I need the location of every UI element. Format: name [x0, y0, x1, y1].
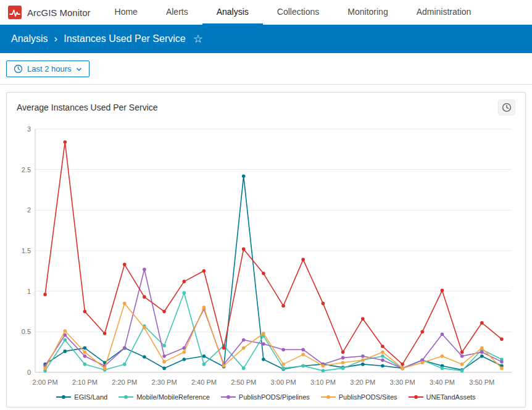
chart-svg: 00.511.522.532:00 PM2:10 PM2:20 PM2:30 P…	[13, 119, 519, 390]
svg-text:3:20 PM: 3:20 PM	[350, 379, 375, 386]
app-title: ArcGIS Monitor	[27, 7, 91, 18]
time-range-label: Last 2 hours	[27, 64, 72, 73]
chart-card: Average Instances Used Per Service 00.51…	[6, 92, 526, 408]
nav-item-monitoring[interactable]: Monitoring	[333, 0, 402, 25]
svg-text:3:50 PM: 3:50 PM	[469, 379, 494, 386]
time-range-button[interactable]: Last 2 hours	[6, 61, 89, 77]
legend-swatch-icon	[321, 395, 336, 400]
main-nav: HomeAlertsAnalysisCollectionsMonitoringA…	[101, 0, 486, 25]
legend-item-mobile-mobilereference[interactable]: Mobile/MobileReference	[118, 393, 210, 401]
legend-swatch-icon	[409, 395, 423, 400]
nav-item-alerts[interactable]: Alerts	[152, 0, 202, 25]
line-chart: 00.511.522.532:00 PM2:10 PM2:20 PM2:30 P…	[12, 119, 520, 392]
legend-label: EGIS/Land	[74, 393, 107, 401]
svg-text:2:40 PM: 2:40 PM	[191, 379, 217, 386]
breadcrumb-current: Instances Used Per Service	[64, 33, 185, 44]
nav-item-collections[interactable]: Collections	[263, 0, 333, 25]
svg-text:0: 0	[27, 369, 31, 376]
chart-title: Average Instances Used Per Service	[17, 102, 158, 112]
legend-label: PublishPODS/Pipelines	[239, 393, 310, 401]
breadcrumb-parent[interactable]: Analysis	[11, 33, 48, 44]
legend-item-egis-land[interactable]: EGIS/Land	[56, 393, 107, 401]
chevron-down-icon	[76, 66, 82, 72]
legend-swatch-icon	[221, 395, 236, 400]
legend-item-publishpods-sites[interactable]: PublishPODS/Sites	[321, 393, 397, 401]
breadcrumb-bar: Analysis › Instances Used Per Service ☆	[0, 25, 532, 53]
svg-text:1.5: 1.5	[22, 247, 31, 254]
svg-text:3:10 PM: 3:10 PM	[310, 379, 336, 386]
clock-icon	[14, 64, 23, 73]
analysis-toolbar: Last 2 hours	[0, 53, 532, 84]
chart-card-header: Average Instances Used Per Service	[12, 98, 520, 119]
legend-item-publishpods-pipelines[interactable]: PublishPODS/Pipelines	[221, 393, 310, 401]
breadcrumb-chevron-icon: ›	[54, 33, 58, 45]
svg-text:0.5: 0.5	[22, 328, 31, 335]
favorite-star-icon[interactable]: ☆	[193, 33, 203, 44]
svg-text:2.5: 2.5	[22, 166, 31, 174]
svg-text:3:00 PM: 3:00 PM	[271, 379, 296, 386]
top-nav: ArcGIS Monitor HomeAlertsAnalysisCollect…	[0, 0, 532, 25]
toolbar-divider	[0, 84, 532, 85]
nav-item-administration[interactable]: Administration	[402, 0, 486, 25]
legend-swatch-icon	[118, 395, 133, 400]
svg-text:2:00 PM: 2:00 PM	[33, 379, 58, 386]
arcgis-monitor-logo-icon	[7, 5, 22, 20]
svg-text:2:50 PM: 2:50 PM	[231, 379, 256, 386]
nav-item-analysis[interactable]: Analysis	[202, 0, 263, 25]
svg-text:1: 1	[27, 288, 31, 295]
svg-text:2:30 PM: 2:30 PM	[152, 379, 177, 386]
legend-label: UNETandAssets	[426, 393, 476, 401]
chart-legend: EGIS/LandMobile/MobileReferencePublishPO…	[12, 392, 520, 404]
clock-icon	[502, 102, 512, 112]
legend-item-unetandassets[interactable]: UNETandAssets	[409, 393, 476, 401]
svg-text:3:30 PM: 3:30 PM	[390, 379, 415, 386]
legend-label: PublishPODS/Sites	[339, 393, 397, 401]
chart-time-settings-button[interactable]	[498, 99, 515, 115]
svg-text:3: 3	[27, 125, 31, 133]
svg-text:3:40 PM: 3:40 PM	[430, 379, 455, 386]
svg-text:2:10 PM: 2:10 PM	[72, 379, 98, 386]
app-brand[interactable]: ArcGIS Monitor	[6, 0, 101, 25]
svg-text:2: 2	[27, 206, 31, 214]
legend-swatch-icon	[56, 395, 71, 400]
legend-label: Mobile/MobileReference	[136, 393, 210, 401]
nav-item-home[interactable]: Home	[101, 0, 152, 25]
svg-text:2:20 PM: 2:20 PM	[112, 379, 137, 386]
